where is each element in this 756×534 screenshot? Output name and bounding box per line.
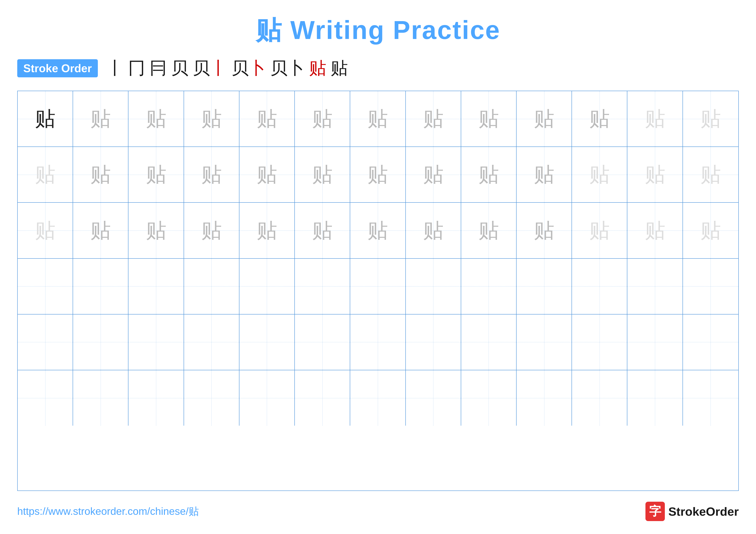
grid-cell-empty (18, 315, 73, 370)
grid-cell: 贴 (683, 147, 738, 202)
grid-row-4-empty (18, 259, 738, 315)
grid-row-3: 贴 贴 贴 贴 贴 贴 贴 贴 贴 贴 贴 贴 贴 (18, 203, 738, 259)
grid-row-5-empty (18, 315, 738, 370)
grid-cell: 贴 (295, 147, 350, 202)
grid-cell: 贴 (239, 147, 295, 202)
grid-cell: 贴 (627, 147, 683, 202)
stroke-sequence: 丨 冂 冃 贝 贝丨 贝卜 贝卜 贴 贴 (106, 57, 348, 80)
grid-cell-empty (572, 370, 627, 426)
grid-cell: 贴 (184, 91, 239, 146)
stroke-step-7: 贝卜 (270, 57, 305, 80)
grid-cell-empty (239, 315, 295, 370)
grid-cell-empty (184, 370, 239, 426)
grid-cell-empty (406, 370, 461, 426)
grid-cell-empty (406, 315, 461, 370)
grid-cell-empty (461, 370, 517, 426)
grid-cell: 贴 (128, 91, 184, 146)
grid-cell: 贴 (627, 203, 683, 258)
grid-cell-empty (517, 370, 572, 426)
grid-cell: 贴 (461, 91, 517, 146)
strokeorder-logo-text: StrokeOrder (668, 504, 739, 519)
stroke-step-4: 贝 (171, 57, 188, 80)
grid-cell-empty (73, 370, 128, 426)
page-container: 贴 Writing Practice Stroke Order 丨 冂 冃 贝 … (0, 0, 756, 534)
grid-cell-empty (350, 259, 406, 314)
grid-cell: 贴 (184, 147, 239, 202)
grid-row-2: 贴 贴 贴 贴 贴 贴 贴 贴 贴 贴 贴 贴 贴 (18, 147, 738, 203)
grid-cell-empty (406, 259, 461, 314)
grid-cell-empty (627, 315, 683, 370)
grid-cell: 贴 (73, 203, 128, 258)
stroke-step-8: 贴 (309, 57, 326, 80)
grid-cell-empty (73, 259, 128, 314)
grid-cell: 贴 (517, 91, 572, 146)
grid-cell-empty (517, 259, 572, 314)
grid-cell-empty (627, 370, 683, 426)
grid-cell: 贴 (18, 203, 73, 258)
strokeorder-logo-icon: 字 (645, 502, 665, 521)
grid-cell-empty (295, 370, 350, 426)
grid-cell: 贴 (517, 147, 572, 202)
grid-cell: 贴 (73, 91, 128, 146)
grid-cell-empty (18, 370, 73, 426)
stroke-order-badge: Stroke Order (17, 59, 98, 77)
grid-cell: 贴 (295, 91, 350, 146)
stroke-step-3: 冃 (149, 57, 167, 80)
grid-cell-empty (517, 315, 572, 370)
grid-cell-empty (73, 315, 128, 370)
practice-grid: 贴 贴 贴 贴 贴 贴 贴 贴 贴 贴 贴 贴 贴 贴 贴 贴 贴 贴 贴 贴 … (17, 91, 739, 491)
stroke-step-9: 贴 (331, 57, 348, 80)
grid-cell-empty (239, 370, 295, 426)
footer-logo: 字 StrokeOrder (645, 502, 739, 521)
grid-cell: 贴 (239, 203, 295, 258)
grid-cell-empty (350, 315, 406, 370)
grid-cell: 贴 (461, 203, 517, 258)
stroke-step-1: 丨 (106, 57, 124, 80)
grid-cell-empty (572, 259, 627, 314)
grid-cell: 贴 (18, 91, 73, 146)
grid-cell: 贴 (406, 147, 461, 202)
grid-cell-empty (683, 315, 738, 370)
grid-cell: 贴 (295, 203, 350, 258)
grid-cell-empty (350, 370, 406, 426)
grid-cell: 贴 (683, 203, 738, 258)
grid-cell: 贴 (461, 147, 517, 202)
grid-cell: 贴 (128, 147, 184, 202)
grid-cell-empty (128, 315, 184, 370)
grid-cell-empty (184, 259, 239, 314)
grid-cell: 贴 (572, 147, 627, 202)
grid-cell-empty (295, 259, 350, 314)
grid-cell: 贴 (128, 203, 184, 258)
grid-cell: 贴 (350, 91, 406, 146)
grid-cell-empty (128, 259, 184, 314)
grid-cell: 贴 (406, 203, 461, 258)
grid-cell: 贴 (239, 91, 295, 146)
grid-cell-empty (239, 259, 295, 314)
grid-row-6-empty (18, 370, 738, 426)
grid-cell: 贴 (184, 203, 239, 258)
grid-cell: 贴 (18, 147, 73, 202)
grid-cell: 贴 (572, 91, 627, 146)
grid-cell-empty (184, 315, 239, 370)
stroke-step-2: 冂 (128, 57, 145, 80)
stroke-step-6: 贝卜 (231, 57, 266, 80)
footer-url[interactable]: https://www.strokeorder.com/chinese/贴 (17, 504, 199, 518)
stroke-step-5: 贝丨 (193, 57, 227, 80)
grid-cell-empty (128, 370, 184, 426)
grid-cell-empty (572, 315, 627, 370)
page-title: 贴 Writing Practice (256, 13, 500, 48)
grid-cell-empty (295, 315, 350, 370)
grid-cell: 贴 (517, 203, 572, 258)
grid-cell: 贴 (406, 91, 461, 146)
grid-cell-empty (683, 370, 738, 426)
footer: https://www.strokeorder.com/chinese/贴 字 … (17, 502, 739, 521)
title-english: Writing Practice (290, 15, 500, 44)
grid-cell: 贴 (73, 147, 128, 202)
grid-cell: 贴 (627, 91, 683, 146)
stroke-order-row: Stroke Order 丨 冂 冃 贝 贝丨 贝卜 贝卜 贴 贴 (17, 57, 739, 80)
grid-cell: 贴 (572, 203, 627, 258)
grid-cell-empty (627, 259, 683, 314)
grid-row-1: 贴 贴 贴 贴 贴 贴 贴 贴 贴 贴 贴 贴 贴 (18, 91, 738, 147)
grid-cell-empty (18, 259, 73, 314)
grid-cell-empty (683, 259, 738, 314)
